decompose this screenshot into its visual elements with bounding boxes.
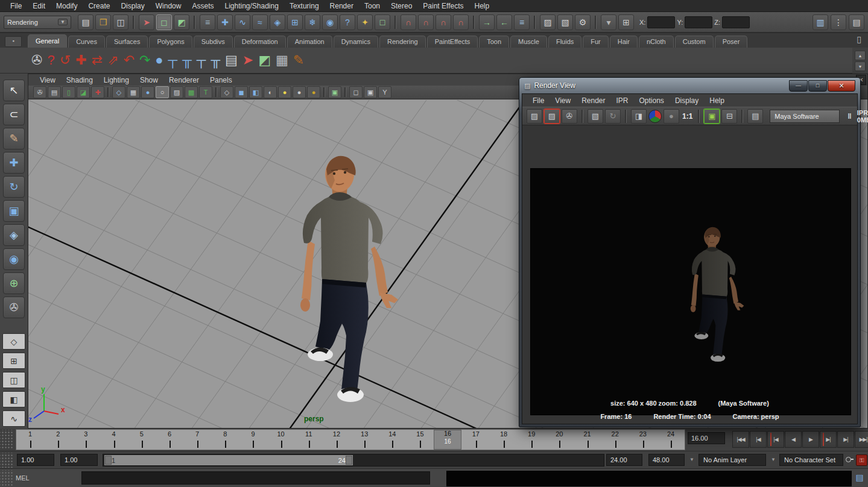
smooth-shade-icon[interactable]: ○ xyxy=(156,86,169,98)
delete-unused-icon[interactable]: ● xyxy=(155,54,163,67)
frame-10[interactable]: 10 xyxy=(267,430,295,450)
menu-item-lighting-shading[interactable]: Lighting/Shading xyxy=(219,1,284,11)
command-results-field[interactable] xyxy=(446,471,852,486)
shelf-tab-muscle[interactable]: Muscle xyxy=(510,36,547,48)
construction-history-icon[interactable]: ≡ xyxy=(514,14,530,30)
shaded-icon[interactable]: ● xyxy=(141,86,154,98)
open-scene-icon[interactable]: ❒ xyxy=(95,14,111,30)
frame-24[interactable]: 24 xyxy=(657,430,685,450)
snap-to-curve-points-icon[interactable]: ≈ xyxy=(252,14,268,30)
scroll-up-icon[interactable]: ▲ xyxy=(855,51,866,60)
frame-1[interactable]: 1 xyxy=(16,430,44,450)
paint-select-tool-icon[interactable]: ✎ xyxy=(3,128,25,149)
render-current-frame-icon[interactable]: ▨ xyxy=(540,14,556,30)
drag-grip[interactable] xyxy=(0,470,13,486)
input-connections-icon[interactable]: → xyxy=(479,14,495,30)
snap-to-grid-icon[interactable]: ⊞ xyxy=(287,14,303,30)
coord-grid-icon[interactable]: ⊞ xyxy=(618,14,634,30)
frame-4[interactable]: 4 xyxy=(100,430,128,450)
shelf-menu-toggle-icon[interactable]: ▪ xyxy=(5,36,22,47)
frame-14[interactable]: 14 xyxy=(378,430,406,450)
shelf-tab-rendering[interactable]: Rendering xyxy=(379,36,426,48)
snapshot-icon[interactable]: ✇ xyxy=(562,109,577,124)
range-slider-bar[interactable]: 1 24 xyxy=(104,455,353,465)
help-mode-icon[interactable]: ? xyxy=(340,14,355,30)
menu-item-window[interactable]: Window xyxy=(150,1,187,11)
region-render-icon[interactable]: ◨ xyxy=(631,109,647,124)
xray-cube-icon[interactable]: ◻ xyxy=(349,86,363,98)
scale-tool-icon[interactable]: ▣ xyxy=(3,200,25,222)
go-to-end-button[interactable]: ▶▶| xyxy=(855,431,868,448)
refresh-ipr-icon[interactable]: ↻ xyxy=(605,109,621,124)
make-live-icon[interactable]: ◉ xyxy=(322,14,338,30)
select-object-icon[interactable]: ◻ xyxy=(156,14,172,30)
rv-menu-item-file[interactable]: File xyxy=(527,96,550,105)
layout-single-pane-icon[interactable]: ◇ xyxy=(2,333,25,350)
alpha-channel-icon[interactable]: ● xyxy=(664,109,679,124)
display-settings-icon[interactable]: ▤ xyxy=(747,109,763,124)
animation-end-field[interactable]: 48.00 xyxy=(648,454,685,466)
ipr-render-icon[interactable]: ▧ xyxy=(557,14,573,30)
frame-20[interactable]: 20 xyxy=(545,430,573,450)
render-view-window[interactable]: ▨ Render View —□✕ FileViewRenderIPROptio… xyxy=(519,77,861,427)
film-gate-icon[interactable]: ▦ xyxy=(127,86,140,98)
coord-mode-arrow-icon[interactable]: ▾ xyxy=(601,14,616,30)
snap-magnet-grid-icon[interactable]: ∩ xyxy=(401,14,416,30)
drag-grip[interactable] xyxy=(0,453,13,468)
rv-menu-item-help[interactable]: Help xyxy=(704,96,730,105)
shelf-tab-surfaces[interactable]: Surfaces xyxy=(106,36,148,48)
isolate-select-icon[interactable]: ▣ xyxy=(328,86,341,98)
shelf-tab-animation[interactable]: Animation xyxy=(287,36,332,48)
snap-magnet-curve-icon[interactable]: ∩ xyxy=(418,14,434,30)
snap-magnet-point-icon[interactable]: ∩ xyxy=(436,14,451,30)
menu-item-texturing[interactable]: Texturing xyxy=(284,1,325,11)
camera-attributes-icon[interactable]: ▤ xyxy=(48,86,61,98)
zoom-one-to-one-label[interactable]: 1:1 xyxy=(681,110,694,123)
frame-23[interactable]: 23 xyxy=(629,430,657,450)
track-camera-icon[interactable]: ✚ xyxy=(75,54,86,67)
shelf-tab-general[interactable]: General xyxy=(28,34,67,48)
snap-menu-icon[interactable]: ≡ xyxy=(200,14,215,30)
rv-menu-item-render[interactable]: Render xyxy=(576,96,610,105)
vp-menu-item-lighting[interactable]: Lighting xyxy=(98,75,135,85)
undo-icon[interactable]: ↶ xyxy=(123,54,134,67)
chevron-down-icon[interactable]: ▼ xyxy=(689,457,694,462)
shelf-tab-custom[interactable]: Custom xyxy=(675,36,714,48)
select-hierarchy-icon[interactable]: ➤ xyxy=(139,14,154,30)
textured-icon[interactable]: ▩ xyxy=(185,86,198,98)
remove-image-icon[interactable]: ⊟ xyxy=(721,109,737,124)
frame-7[interactable]: 7 xyxy=(183,430,211,450)
menu-item-assets[interactable]: Assets xyxy=(186,1,219,11)
default-light-icon[interactable]: ● xyxy=(278,86,291,98)
drag-grip[interactable] xyxy=(0,430,13,450)
soft-modification-icon[interactable]: ◉ xyxy=(3,248,25,270)
shelf-tab-dynamics[interactable]: Dynamics xyxy=(334,36,378,48)
textured-ball-icon[interactable]: ◐ xyxy=(264,86,277,98)
redo-icon[interactable]: ↷ xyxy=(139,54,150,67)
rv-menu-item-options[interactable]: Options xyxy=(634,96,670,105)
step-back-key-button[interactable]: |◀ xyxy=(767,431,784,448)
renderer-selector[interactable]: Maya Software xyxy=(770,110,840,123)
command-language-label[interactable]: MEL xyxy=(16,474,30,482)
shelf-tab-curves[interactable]: Curves xyxy=(68,36,105,48)
sculpt-brush-icon[interactable]: ✎ xyxy=(293,54,304,67)
channel-box-icon[interactable]: ▥ xyxy=(813,14,828,30)
go-to-start-button[interactable]: |◀◀ xyxy=(732,431,749,448)
smooth-cube-icon[interactable]: ◼ xyxy=(235,86,248,98)
character-set-selector[interactable]: No Character Set xyxy=(779,454,843,466)
vp-menu-item-shading[interactable]: Shading xyxy=(61,75,98,85)
xray-icon[interactable]: ▨ xyxy=(170,86,183,98)
lock-icon[interactable]: ✦ xyxy=(357,14,373,30)
frame-6[interactable]: 6 xyxy=(156,430,183,450)
flat-light-icon[interactable]: ● xyxy=(293,86,306,98)
x-coordinate-input[interactable] xyxy=(647,16,675,28)
image-plane-icon[interactable]: ◪ xyxy=(77,86,90,98)
highlight-selection-icon[interactable]: □ xyxy=(375,14,390,30)
rv-menu-item-display[interactable]: Display xyxy=(670,96,704,105)
select-object-shelf-icon[interactable]: ◩ xyxy=(258,54,271,67)
maximize-button[interactable]: □ xyxy=(808,80,827,92)
dolly-camera-icon[interactable]: ⇄ xyxy=(92,54,103,67)
playback-start-field[interactable]: 1.00 xyxy=(60,454,98,466)
rgb-channels-icon[interactable] xyxy=(648,110,662,123)
menu-item-stereo[interactable]: Stereo xyxy=(385,1,417,11)
